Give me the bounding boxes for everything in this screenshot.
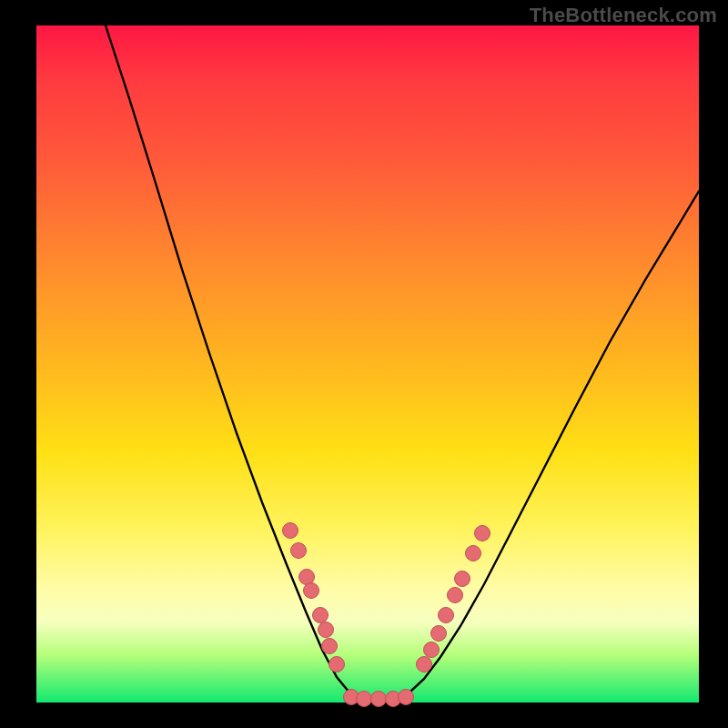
data-point — [424, 642, 440, 658]
data-points-group — [283, 523, 490, 707]
data-point — [466, 546, 481, 561]
chart-frame: TheBottleneck.com — [0, 0, 728, 728]
data-point — [313, 608, 329, 623]
data-point — [448, 588, 463, 603]
data-point — [455, 571, 470, 587]
data-point — [357, 692, 372, 707]
data-point — [371, 692, 387, 707]
data-point — [417, 657, 432, 672]
plot-area — [36, 25, 699, 703]
data-point — [475, 526, 490, 541]
data-point — [399, 690, 414, 705]
watermark-text: TheBottleneck.com — [530, 4, 717, 27]
data-point — [299, 570, 315, 585]
data-point — [304, 583, 319, 599]
curve-right — [397, 191, 699, 699]
data-point — [329, 657, 345, 672]
data-point — [431, 626, 447, 642]
data-point — [318, 622, 334, 638]
curve-svg — [36, 25, 699, 703]
data-point — [291, 543, 307, 559]
data-point — [283, 523, 298, 539]
curve-left — [106, 25, 360, 699]
data-point — [439, 608, 454, 623]
data-point — [322, 639, 338, 654]
